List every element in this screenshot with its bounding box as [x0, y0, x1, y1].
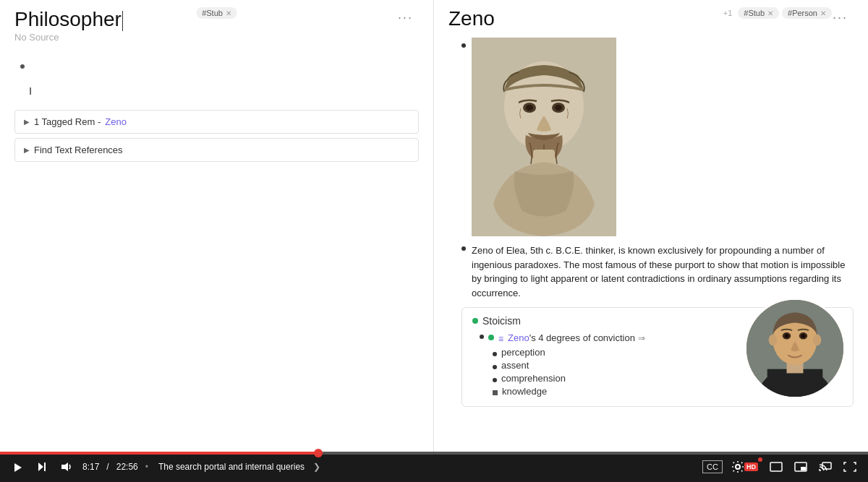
sub-bullet-2 [493, 365, 497, 369]
skip-forward-button[interactable] [33, 460, 51, 474]
cast-icon [819, 462, 832, 472]
progress-fill [0, 452, 318, 455]
left-panel: #Stub ✕ Philosopher No Source ··· I ▶ 1 … [0, 0, 434, 452]
total-time: 22:56 [116, 462, 138, 472]
settings-icon [731, 460, 744, 473]
svg-rect-22 [44, 462, 46, 471]
stub-tag-right[interactable]: #Stub ✕ [738, 7, 779, 19]
bullet-area [20, 59, 419, 72]
progress-bar[interactable] [0, 452, 868, 455]
left-panel-tags: #Stub ✕ [196, 7, 237, 19]
svg-point-18 [769, 335, 777, 345]
i-cursor-symbol: I [29, 85, 32, 97]
svg-marker-20 [14, 463, 22, 472]
svg-point-19 [813, 335, 821, 345]
add-tag-button[interactable]: +1 [723, 9, 733, 17]
find-text-section[interactable]: ▶ Find Text References [14, 138, 419, 162]
cc-button[interactable]: CC [702, 460, 723, 473]
stoicism-label: Stoicism [482, 315, 521, 327]
stoicism-card: Stoicism ≡ Zeno's 4 degrees of convictio… [461, 307, 854, 407]
doc-title[interactable]: Philosopher [14, 7, 123, 32]
close-stub-tag-icon[interactable]: ✕ [767, 9, 773, 17]
stoicism-bullet [480, 335, 484, 339]
collapse-arrow-icon: ▶ [24, 118, 30, 126]
chevron-right-icon: ❯ [313, 462, 320, 472]
bullet-dot [20, 64, 25, 69]
volume-icon [61, 461, 72, 473]
bullet-separator: • [145, 462, 148, 472]
find-text-label: Find Text References [34, 145, 123, 155]
text-cursor [122, 11, 123, 31]
text-cursor-line[interactable]: I [29, 85, 419, 97]
find-text-arrow-icon: ▶ [24, 146, 30, 154]
sub-bullet-1 [493, 352, 497, 356]
svg-rect-27 [801, 467, 806, 470]
stoicism-item-text: Zeno's 4 degrees of conviction ⇒ [508, 332, 645, 343]
doc-title-area: Philosopher No Source [14, 7, 123, 51]
notification-dot [758, 457, 762, 462]
fullscreen-icon [843, 462, 856, 472]
video-controls-bar: 8:17 / 22:56 • The search portal and int… [0, 452, 868, 482]
image-bullet [461, 43, 466, 48]
settings-button[interactable]: HD [728, 459, 761, 475]
right-panel: +1 #Stub ✕ #Person ✕ Zeno ··· [434, 0, 868, 452]
theater-mode-button[interactable] [767, 460, 786, 473]
tag-label: #Stub [744, 9, 765, 17]
close-tag-icon[interactable]: ✕ [226, 9, 231, 17]
tagged-rem-section[interactable]: ▶ 1 Tagged Rem - Zeno [14, 110, 419, 134]
left-more-menu-button[interactable]: ··· [392, 7, 419, 28]
play-button[interactable] [9, 460, 26, 475]
zeno-degrees-link[interactable]: Zeno [508, 332, 529, 343]
svg-point-24 [736, 465, 740, 469]
zeno-description-item: Zeno of Elea, 5th c. B.C.E. thinker, is … [461, 244, 854, 300]
skip-icon [36, 461, 48, 473]
webcam-overlay [744, 298, 846, 399]
svg-marker-21 [38, 462, 43, 471]
zeno-content-area: Zeno of Elea, 5th c. B.C.E. thinker, is … [461, 38, 854, 407]
miniplayer-button[interactable] [791, 460, 810, 473]
miniplayer-icon [794, 462, 807, 472]
svg-point-6 [555, 105, 562, 111]
svg-marker-23 [61, 462, 68, 471]
zeno-description-text: Zeno of Elea, 5th c. B.C.E. thinker, is … [472, 244, 854, 300]
right-panel-tags: +1 #Stub ✕ #Person ✕ [723, 7, 832, 19]
tagged-rem-label: 1 Tagged Rem - [34, 116, 101, 127]
tag-label: #Person [788, 9, 817, 17]
zeno-bust-svg [472, 38, 616, 236]
theater-icon [770, 462, 783, 472]
right-controls: CC HD [702, 459, 859, 475]
current-time: 8:17 [82, 462, 99, 472]
zeno-image [472, 38, 616, 236]
progress-dot [314, 449, 323, 457]
svg-rect-11 [767, 369, 823, 397]
arrow-icon: ⇒ [638, 333, 645, 343]
close-person-tag-icon[interactable]: ✕ [820, 9, 826, 17]
description-bullet [461, 246, 466, 251]
tag-label: #Stub [202, 9, 223, 17]
fullscreen-button[interactable] [841, 460, 859, 473]
person-tag-right[interactable]: #Person ✕ [782, 7, 832, 19]
no-source-label: No Source [14, 32, 123, 43]
time-separator: / [106, 462, 109, 472]
stoicism-green-dot [472, 318, 478, 324]
svg-point-17 [801, 334, 806, 338]
hd-badge: HD [744, 462, 758, 471]
video-title: The search portal and internal queries [158, 462, 305, 472]
stoicism-item-icon [488, 335, 494, 340]
play-icon [12, 462, 23, 473]
tagged-rem-zeno-link[interactable]: Zeno [105, 116, 127, 127]
list-icon: ≡ [498, 334, 503, 344]
svg-point-5 [526, 105, 533, 111]
stub-tag-left[interactable]: #Stub ✕ [196, 7, 237, 19]
sub-bullet-3 [493, 378, 497, 382]
cast-button[interactable] [816, 460, 835, 473]
svg-rect-25 [770, 462, 782, 471]
sub-square-4 [493, 390, 498, 395]
volume-button[interactable] [58, 460, 75, 474]
webcam-person-svg [746, 300, 843, 397]
svg-point-16 [785, 334, 789, 338]
right-panel-title: Zeno [448, 7, 495, 30]
